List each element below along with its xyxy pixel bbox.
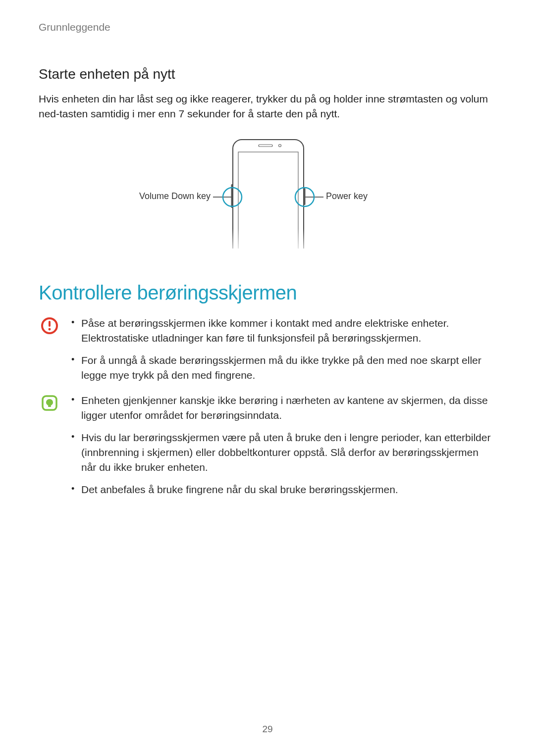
- list-item: For å unngå å skade berøringsskjermen må…: [69, 353, 496, 383]
- list-item: Hvis du lar berøringsskjermen være på ut…: [69, 430, 496, 475]
- section-heading: Starte enheten på nytt: [39, 64, 496, 85]
- chapter-title: Grunnleggende: [39, 20, 496, 35]
- list-item: Enheten gjenkjenner kanskje ikke berørin…: [69, 393, 496, 423]
- page: Grunnleggende Starte enheten på nytt Hvi…: [0, 0, 535, 756]
- svg-rect-10: [223, 229, 317, 249]
- diagram-label-right: Power key: [326, 191, 368, 201]
- list-item: Påse at berøringsskjermen ikke kommer i …: [69, 316, 496, 346]
- svg-point-13: [49, 328, 51, 331]
- note-list: Enheten gjenkjenner kanskje ikke berørin…: [69, 393, 496, 504]
- device-diagram: Volume Down key Power key: [39, 135, 496, 249]
- caution-callout: Påse at berøringsskjermen ikke kommer i …: [39, 316, 496, 390]
- note-callout: Enheten gjenkjenner kanskje ikke berørin…: [39, 393, 496, 504]
- caution-icon: [40, 316, 59, 336]
- list-item: Det anbefales å bruke fingrene når du sk…: [69, 482, 496, 497]
- svg-rect-9: [304, 188, 306, 205]
- caution-list: Påse at berøringsskjermen ikke kommer i …: [69, 316, 496, 390]
- main-heading: Kontrollere berøringsskjermen: [39, 278, 496, 307]
- section-body: Hvis enheten din har låst seg og ikke re…: [39, 92, 496, 122]
- note-icon: [40, 393, 59, 413]
- diagram-label-left: Volume Down key: [139, 191, 211, 201]
- page-number: 29: [0, 722, 535, 736]
- svg-rect-15: [48, 405, 51, 407]
- svg-rect-12: [49, 321, 51, 327]
